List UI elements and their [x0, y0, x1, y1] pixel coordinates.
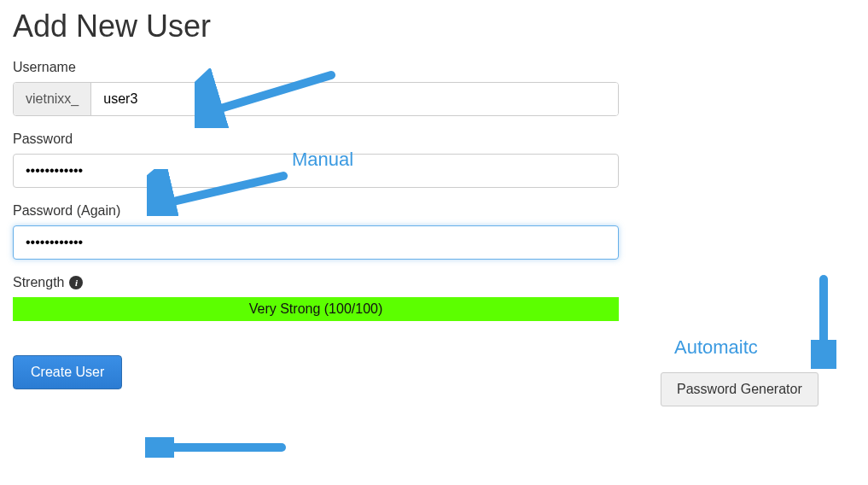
username-label: Username	[13, 60, 855, 75]
password-again-input[interactable]	[13, 225, 619, 260]
strength-bar: Very Strong (100/100)	[13, 297, 619, 321]
strength-label: Strength	[13, 275, 64, 290]
password-group: Password	[13, 131, 855, 188]
username-group: Username vietnixx_	[13, 60, 855, 116]
username-prefix: vietnixx_	[14, 83, 91, 115]
info-icon[interactable]: i	[69, 276, 83, 289]
password-again-label: Password (Again)	[13, 203, 855, 219]
arrow-icon	[145, 437, 290, 458]
page-title: Add New User	[13, 9, 855, 44]
password-again-group: Password (Again)	[13, 203, 855, 260]
username-input[interactable]	[91, 83, 618, 115]
strength-text: Very Strong (100/100)	[249, 301, 383, 317]
create-user-button[interactable]: Create User	[13, 355, 122, 389]
password-generator-button[interactable]: Password Generator	[661, 372, 818, 406]
username-input-group: vietnixx_	[13, 82, 619, 116]
strength-group: Strength i Very Strong (100/100)	[13, 275, 855, 321]
annotation-automatic: Automaitc	[674, 336, 758, 359]
password-label: Password	[13, 131, 855, 147]
password-input[interactable]	[13, 154, 619, 188]
